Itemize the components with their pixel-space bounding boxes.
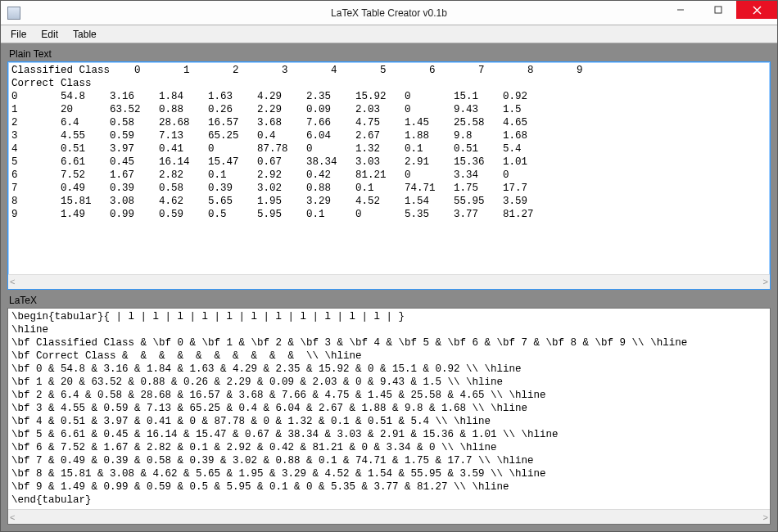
plaintext-panel[interactable]: Classified Class 0 1 2 3 4 5 6 7 8 9 Cor… <box>7 61 771 290</box>
menu-table[interactable]: Table <box>66 27 103 42</box>
maximize-button[interactable] <box>699 1 736 19</box>
scroll-left-icon[interactable]: < <box>10 275 15 288</box>
app-window: LaTeX Table Creator v0.1b File Edit Tabl… <box>0 0 778 532</box>
menubar: File Edit Table <box>1 25 777 43</box>
menu-edit[interactable]: Edit <box>34 27 65 42</box>
minimize-icon <box>676 6 685 14</box>
latex-panel[interactable]: \begin{tabular}{ | l | l | l | l | l | l… <box>7 308 771 525</box>
svg-rect-1 <box>715 7 721 13</box>
close-icon <box>753 6 762 15</box>
plaintext-textarea[interactable]: Classified Class 0 1 2 3 4 5 6 7 8 9 Cor… <box>8 62 770 274</box>
latex-textarea[interactable]: \begin{tabular}{ | l | l | l | l | l | l… <box>8 309 770 509</box>
menu-file[interactable]: File <box>4 27 33 42</box>
titlebar[interactable]: LaTeX Table Creator v0.1b <box>1 1 777 25</box>
scroll-right-icon[interactable]: > <box>763 275 768 288</box>
content-area: Plain Text Classified Class 0 1 2 3 4 5 … <box>1 43 777 531</box>
plaintext-scrollbar[interactable]: < > <box>8 274 770 289</box>
window-controls <box>661 1 777 25</box>
scroll-left-icon[interactable]: < <box>10 511 15 524</box>
latex-scrollbar[interactable]: < > <box>8 509 770 524</box>
close-button[interactable] <box>736 1 777 19</box>
app-icon <box>7 7 20 20</box>
plaintext-label: Plain Text <box>7 47 771 61</box>
latex-label: LaTeX <box>7 293 771 308</box>
scroll-right-icon[interactable]: > <box>763 511 768 524</box>
minimize-button[interactable] <box>661 1 699 19</box>
maximize-icon <box>714 6 722 14</box>
